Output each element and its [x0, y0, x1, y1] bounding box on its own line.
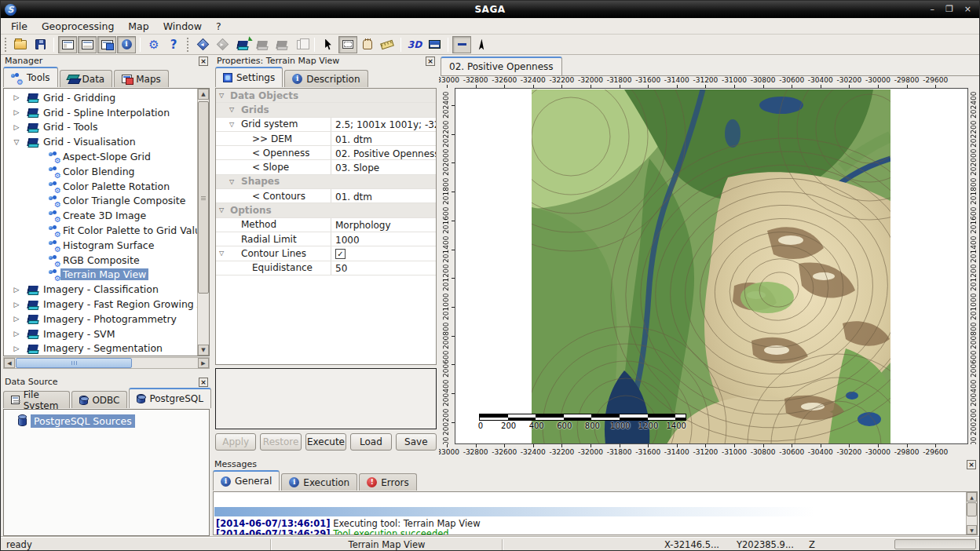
tree-item[interactable]: ▷Grid - Tools [4, 120, 197, 135]
cursor-tool-button[interactable] [319, 36, 338, 53]
messages-tab[interactable]: General [213, 470, 280, 491]
properties-tab[interactable]: Description [284, 70, 368, 87]
close-button[interactable]: × [964, 2, 971, 17]
save-as-image-button[interactable] [425, 36, 444, 53]
minimize-button[interactable]: – [930, 2, 934, 17]
menu-item[interactable]: Window [156, 19, 209, 34]
scroll-right-icon[interactable]: ▶ [198, 358, 209, 368]
help-button[interactable] [164, 36, 183, 53]
property-value[interactable]: 1000✓ [331, 232, 436, 246]
save-settings-button[interactable] [252, 36, 271, 53]
tree-item[interactable]: RGB Composite [4, 253, 197, 268]
property-row[interactable]: < Slope03. Slope✓ [216, 160, 436, 174]
property-row[interactable]: >> DEM01. dtm✓ [216, 132, 436, 146]
expander-icon[interactable]: ▽ [219, 250, 224, 257]
new-3d-view-button[interactable]: 3D [405, 36, 424, 53]
property-value[interactable]: 03. Slope✓ [331, 160, 436, 173]
map-canvas[interactable]: 0200400600800100012001400 [455, 88, 968, 444]
tree-item[interactable]: Aspect-Slope Grid [4, 149, 197, 164]
north-arrow-button[interactable] [472, 36, 491, 53]
expander-icon[interactable]: ▷ [12, 286, 21, 294]
property-value[interactable]: ✓ [331, 103, 436, 116]
checkbox[interactable]: ✓ [335, 249, 346, 259]
tree-item[interactable]: Create 3D Image [4, 208, 197, 223]
property-row[interactable]: ▽Contour Lines✓ [216, 246, 436, 261]
tree-item[interactable]: ▷Imagery - Classification [4, 282, 197, 297]
expander-icon[interactable]: ▽ [12, 138, 21, 146]
open-button[interactable] [11, 36, 30, 53]
data-source-tab[interactable]: File System [3, 391, 70, 408]
map-tab[interactable]: 02. Positive Openness [441, 57, 562, 75]
property-row[interactable]: ▽Options✓ [216, 203, 436, 217]
tree-item[interactable]: ▷Imagery - Fast Region Growing Alg [4, 297, 197, 312]
scroll-up-icon[interactable]: ▲ [967, 492, 977, 502]
scroll-up-icon[interactable]: ▲ [198, 89, 209, 100]
tree-item[interactable]: Color Palette Rotation [4, 179, 197, 194]
scrollbar-thumb[interactable] [198, 101, 209, 294]
expander-icon[interactable]: ▷ [12, 315, 21, 323]
expander-icon[interactable]: ▽ [229, 106, 234, 113]
property-value[interactable]: ✓ [331, 246, 436, 260]
forward-button[interactable] [213, 36, 232, 53]
property-value[interactable]: ✓ [331, 89, 436, 102]
tree-item[interactable]: ▽Grid - Visualisation [4, 134, 197, 149]
show-manager-button[interactable] [58, 36, 77, 53]
tree-item[interactable]: ▷Imagery - SVM [4, 327, 197, 341]
menu-item[interactable]: Geoprocessing [35, 19, 121, 34]
restore-button[interactable]: Restore [260, 433, 301, 451]
property-value[interactable]: 2.5; 1001x 1001y; -32500✓ [331, 118, 436, 131]
expander-icon[interactable]: ▷ [12, 345, 21, 352]
expander-icon[interactable]: ▷ [12, 123, 21, 131]
apply-button[interactable]: Apply [215, 433, 256, 451]
manager-tab[interactable]: Tools [3, 67, 58, 87]
property-row[interactable]: ▽Grid system2.5; 1001x 1001y; -32500✓ [216, 118, 436, 132]
properties-tab[interactable]: Settings [215, 67, 283, 87]
expander-icon[interactable]: ▽ [229, 178, 234, 185]
tree-horizontal-scrollbar[interactable]: ◀ ▶ [3, 357, 210, 369]
maximize-button[interactable]: ❐ [945, 2, 953, 17]
property-row[interactable]: < Openness02. Positive Openness✓ [216, 146, 436, 160]
property-value[interactable]: ✓ [331, 203, 436, 217]
property-row[interactable]: Equidistance50✓ [216, 261, 436, 276]
zoom-tool-button[interactable] [338, 36, 357, 53]
tool-chains-button[interactable] [144, 36, 163, 53]
scrollbar-thumb[interactable] [16, 358, 132, 368]
data-source-tab[interactable]: ODBC [71, 391, 127, 408]
expander-icon[interactable]: ▷ [12, 93, 21, 101]
save-button[interactable]: Save [396, 433, 437, 451]
toolbar-grip[interactable] [186, 37, 190, 53]
expander-icon[interactable]: ▽ [229, 121, 234, 128]
tree-item[interactable]: Color Blending [4, 164, 197, 179]
close-properties-icon[interactable]: × [426, 57, 435, 66]
property-row[interactable]: ▽Data Objects✓ [216, 89, 436, 103]
tree-item[interactable]: ▷Imagery - Photogrammetry [4, 312, 197, 327]
measure-tool-button[interactable] [378, 36, 397, 53]
show-description-button[interactable] [117, 36, 136, 53]
menu-item[interactable]: ? [209, 19, 229, 34]
menu-item[interactable]: Map [121, 19, 155, 34]
scroll-down-icon[interactable]: ▼ [198, 345, 209, 356]
tree-vertical-scrollbar[interactable]: ▲ ▼ [197, 89, 209, 356]
expander-icon[interactable]: ▷ [12, 330, 21, 338]
expander-icon[interactable]: ▷ [12, 108, 21, 116]
property-row[interactable]: ▽Shapes✓ [216, 175, 436, 189]
data-source-tab[interactable]: PostgreSQL [129, 388, 211, 408]
property-value[interactable]: 01. dtm✓ [331, 132, 436, 145]
expander-icon[interactable]: ▷ [12, 301, 21, 308]
property-value[interactable]: Morphology✓ [331, 218, 436, 232]
manager-tab[interactable]: Data [60, 70, 113, 87]
property-value[interactable]: 01. dtm✓ [331, 189, 436, 203]
property-value[interactable]: 50✓ [331, 261, 436, 275]
manager-tab[interactable]: Maps [114, 70, 169, 87]
property-value[interactable]: ✓ [331, 175, 436, 188]
load-button[interactable]: Load [350, 433, 391, 451]
show-messages-button[interactable] [78, 36, 97, 53]
expander-icon[interactable]: ▽ [219, 92, 224, 99]
execute-button[interactable]: Execute [305, 433, 346, 451]
scrollbar-thumb[interactable] [967, 502, 977, 516]
back-button[interactable] [193, 36, 212, 53]
tree-item[interactable]: ▷Grid - Gridding [4, 90, 197, 105]
close-messages-icon[interactable]: × [967, 460, 976, 469]
tree-item[interactable]: Terrain Map View [4, 268, 197, 283]
apply-settings-button[interactable] [272, 36, 291, 53]
